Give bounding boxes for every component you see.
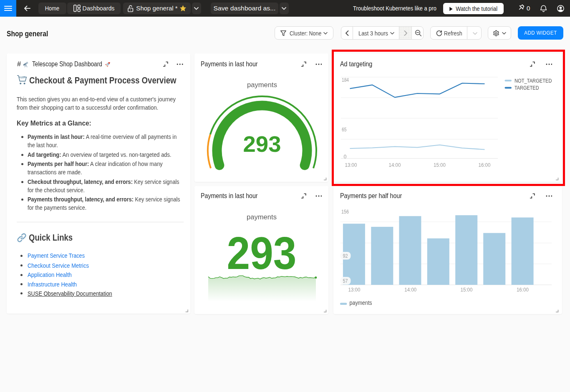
svg-text:14:00: 14:00 [389, 162, 401, 168]
svg-text:15:00: 15:00 [434, 162, 446, 168]
svg-text:13:00: 13:00 [345, 162, 357, 168]
svg-text:16:00: 16:00 [479, 162, 491, 168]
svg-text:57: 57 [343, 278, 348, 284]
svg-text:16:00: 16:00 [517, 287, 529, 293]
svg-text:293: 293 [243, 131, 281, 156]
svg-text:65: 65 [342, 127, 347, 133]
svg-text:184: 184 [342, 77, 349, 83]
svg-text:92: 92 [343, 253, 348, 259]
svg-text:payments: payments [247, 213, 277, 221]
svg-text:293: 293 [227, 227, 297, 279]
svg-text:payments: payments [247, 81, 277, 89]
svg-text:payments: payments [350, 299, 372, 306]
svg-text:TARGETED: TARGETED [515, 85, 539, 91]
svg-text:156: 156 [341, 209, 349, 215]
svg-text:13:00: 13:00 [348, 287, 361, 293]
svg-text:14:00: 14:00 [404, 287, 416, 293]
svg-text:0: 0 [344, 154, 347, 160]
svg-text:15:00: 15:00 [461, 287, 473, 293]
svg-text:NOT_TARGETED: NOT_TARGETED [515, 78, 552, 84]
